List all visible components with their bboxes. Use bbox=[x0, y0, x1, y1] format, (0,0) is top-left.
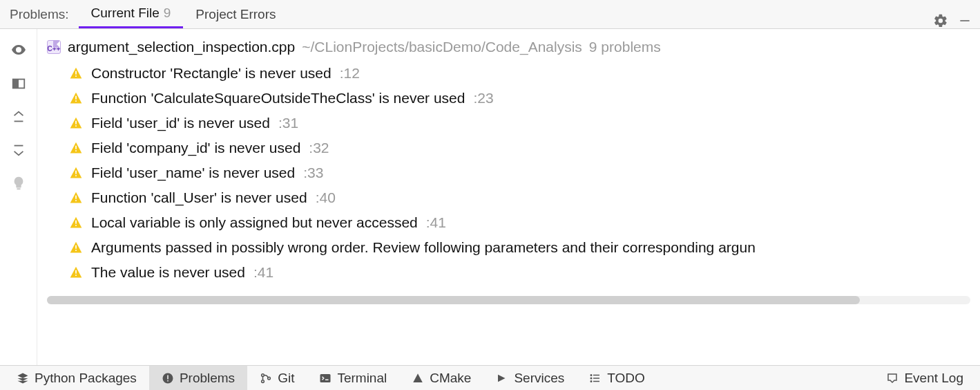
svg-rect-19 bbox=[75, 221, 77, 224]
svg-rect-22 bbox=[75, 250, 77, 251]
issue-line: :12 bbox=[340, 65, 360, 82]
issue-item[interactable]: Local variable is only assigned but neve… bbox=[69, 210, 980, 235]
issue-item[interactable]: Field 'company_id' is never used:32 bbox=[69, 136, 980, 160]
problems-title: Problems: bbox=[0, 0, 79, 29]
svg-rect-0 bbox=[960, 20, 969, 21]
svg-rect-31 bbox=[320, 374, 331, 382]
issue-line: :23 bbox=[473, 90, 493, 106]
gear-icon[interactable] bbox=[933, 13, 948, 28]
file-path: ~/CLionProjects/basicDemo/Code_Analysis bbox=[302, 39, 582, 55]
svg-rect-11 bbox=[75, 121, 77, 124]
issue-item[interactable]: Function 'call_User' is never used:40 bbox=[69, 185, 980, 210]
svg-point-35 bbox=[591, 374, 593, 375]
warning-icon bbox=[69, 116, 83, 130]
bt-label: Terminal bbox=[337, 371, 387, 386]
tab-current-file[interactable]: Current File 9 bbox=[79, 0, 184, 28]
warning-icon bbox=[69, 91, 83, 105]
issue-line: :33 bbox=[303, 165, 323, 181]
svg-rect-23 bbox=[75, 270, 77, 274]
bt-label: Services bbox=[514, 371, 564, 386]
svg-point-28 bbox=[262, 373, 265, 376]
tool-tab-terminal[interactable]: Terminal bbox=[307, 366, 399, 390]
file-problem-count: 9 problems bbox=[589, 39, 661, 55]
svg-rect-17 bbox=[75, 196, 77, 199]
issue-text: Field 'company_id' is never used bbox=[91, 140, 300, 156]
left-gutter bbox=[0, 29, 37, 365]
svg-rect-18 bbox=[75, 200, 77, 201]
issue-item[interactable]: Function 'CalculateSquareOutsideTheClass… bbox=[69, 86, 980, 111]
problems-tabs-bar: Problems: Current File 9 Project Errors bbox=[0, 0, 980, 29]
layout-icon[interactable] bbox=[11, 76, 26, 91]
tab-label: Project Errors bbox=[195, 7, 276, 22]
tab-label: Current File bbox=[91, 6, 160, 21]
main-area: C++ argument_selection_inspection.cpp ~/… bbox=[0, 29, 980, 365]
intent-bulb-icon[interactable] bbox=[11, 176, 26, 191]
issue-line: :31 bbox=[278, 115, 298, 131]
issue-text: Arguments passed in possibly wrong order… bbox=[91, 239, 756, 256]
svg-rect-26 bbox=[167, 375, 169, 379]
bt-label: Git bbox=[278, 371, 294, 386]
tab-count: 9 bbox=[164, 6, 171, 21]
svg-point-37 bbox=[591, 380, 593, 382]
issue-line: :41 bbox=[253, 264, 273, 281]
issue-text: Function 'CalculateSquareOutsideTheClass… bbox=[91, 90, 465, 106]
file-header[interactable]: C++ argument_selection_inspection.cpp ~/… bbox=[37, 29, 980, 59]
issue-line: :40 bbox=[316, 189, 336, 206]
tool-tab-problems[interactable]: Problems bbox=[149, 366, 247, 390]
svg-point-29 bbox=[262, 380, 265, 382]
expand-all-icon[interactable] bbox=[11, 109, 26, 124]
issue-text: Local variable is only assigned but neve… bbox=[91, 214, 418, 231]
svg-rect-9 bbox=[75, 96, 77, 100]
content-area: C++ argument_selection_inspection.cpp ~/… bbox=[37, 29, 980, 365]
layers-icon bbox=[17, 372, 29, 384]
h-scrollbar[interactable] bbox=[47, 296, 970, 304]
tool-tab-todo[interactable]: TODO bbox=[577, 366, 657, 390]
bt-label: Python Packages bbox=[35, 371, 137, 386]
issue-item[interactable]: Constructor 'Rectangle' is never used:12 bbox=[69, 61, 980, 86]
svg-rect-6 bbox=[17, 188, 21, 189]
issue-item[interactable]: The value is never used:41 bbox=[69, 260, 980, 285]
bt-label: Problems bbox=[180, 371, 235, 386]
svg-rect-21 bbox=[75, 245, 77, 249]
issue-item[interactable]: Field 'user_id' is never used:31 bbox=[69, 111, 980, 136]
bt-label: Event Log bbox=[904, 371, 963, 386]
svg-rect-3 bbox=[12, 80, 18, 89]
tool-tab-python-packages[interactable]: Python Packages bbox=[4, 366, 149, 390]
warning-icon bbox=[69, 266, 83, 279]
svg-rect-14 bbox=[75, 150, 77, 151]
todo-icon bbox=[589, 372, 602, 384]
warning-icon bbox=[69, 216, 83, 230]
services-icon bbox=[496, 372, 508, 384]
svg-point-36 bbox=[591, 378, 593, 379]
svg-rect-8 bbox=[75, 75, 77, 77]
eye-icon[interactable] bbox=[10, 41, 27, 58]
svg-rect-12 bbox=[75, 125, 77, 127]
tool-tab-cmake[interactable]: CMake bbox=[399, 366, 483, 390]
collapse-all-icon[interactable] bbox=[11, 142, 26, 158]
h-scrollbar-thumb[interactable] bbox=[47, 296, 860, 304]
tool-tab-git[interactable]: Git bbox=[247, 366, 307, 390]
tabs-left: Problems: Current File 9 Project Errors bbox=[0, 0, 289, 28]
bottom-right: Event Log bbox=[874, 371, 976, 386]
eventlog-icon bbox=[886, 372, 899, 384]
warning-icon bbox=[69, 141, 83, 155]
svg-rect-27 bbox=[167, 380, 169, 382]
svg-rect-13 bbox=[75, 146, 77, 149]
event-log-tab[interactable]: Event Log bbox=[874, 371, 976, 386]
svg-rect-24 bbox=[75, 275, 77, 276]
issue-text: Field 'user_name' is never used bbox=[91, 165, 295, 181]
issue-line: :41 bbox=[426, 214, 446, 231]
tool-tab-services[interactable]: Services bbox=[483, 366, 577, 390]
svg-point-1 bbox=[17, 48, 20, 51]
svg-rect-15 bbox=[75, 171, 77, 174]
bottom-left: Python PackagesProblemsGitTerminalCMakeS… bbox=[4, 366, 657, 390]
svg-rect-16 bbox=[75, 175, 77, 176]
bt-label: TODO bbox=[607, 371, 645, 386]
tab-project-errors[interactable]: Project Errors bbox=[183, 0, 288, 28]
issue-item[interactable]: Arguments passed in possibly wrong order… bbox=[69, 235, 980, 260]
file-name: argument_selection_inspection.cpp bbox=[68, 39, 295, 55]
tabs-right bbox=[933, 13, 980, 28]
issue-item[interactable]: Field 'user_name' is never used:33 bbox=[69, 160, 980, 185]
minimize-icon[interactable] bbox=[958, 14, 972, 28]
svg-rect-10 bbox=[75, 100, 77, 102]
